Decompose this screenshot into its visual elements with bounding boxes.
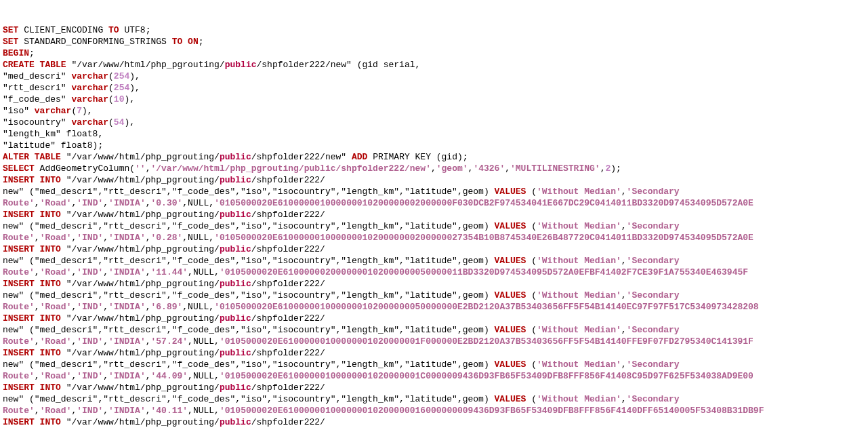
code-line: Route','Road','IND','INDIA','44.09',NULL… [3, 370, 868, 382]
token: ADD [352, 152, 367, 162]
code-line: "f_code_des" varchar(10), [3, 94, 868, 105]
token: "/var/www/html/php_pgrouting/ [61, 348, 220, 358]
token: INSERT INTO [3, 383, 61, 393]
code-line: INSERT INTO "/var/www/html/php_pgrouting… [3, 382, 868, 393]
code-line: "rtt_descri" varchar(254), [3, 82, 868, 94]
token: 'IND' [77, 267, 103, 277]
token: ( [526, 359, 537, 370]
token: Route' [3, 198, 35, 208]
token: , [103, 371, 108, 381]
token: "/var/www/html/php_pgrouting/ [61, 313, 220, 324]
code-line: new" ("med_descri","rtt_descri","f_code_… [3, 393, 868, 405]
token: 'IND' [77, 302, 103, 312]
token: TO [108, 25, 119, 35]
token: ( [108, 83, 114, 93]
token: , [103, 267, 108, 277]
token: , [103, 198, 108, 208]
code-line: SELECT AddGeometryColumn('','/var/www/ht… [3, 163, 868, 174]
token: ( [526, 256, 537, 266]
token: '40.11' [151, 406, 188, 416]
token: , [35, 371, 40, 381]
code-line: INSERT INTO "/var/www/html/php_pgrouting… [3, 416, 868, 428]
token: , [621, 359, 627, 370]
code-line: SET CLIENT_ENCODING TO UTF8; [3, 24, 868, 36]
token: , [146, 302, 151, 312]
token: /shpfolder222/ [251, 348, 325, 358]
token: SELECT [3, 163, 35, 174]
token: public [220, 210, 251, 220]
code-line: CREATE TABLE "/var/www/html/php_pgroutin… [3, 59, 868, 71]
token: ON [188, 37, 199, 47]
token: STANDARD_CONFORMING_STRINGS [18, 37, 171, 47]
token: ,NULL, [182, 302, 214, 312]
token: , [621, 256, 627, 266]
token: 'Without Median' [537, 325, 621, 335]
token: 'Secondary [627, 290, 685, 300]
token: INSERT INTO [3, 175, 61, 185]
token: '11.44' [151, 267, 188, 277]
token: 'Secondary [627, 325, 685, 335]
token: public [220, 279, 251, 289]
token: Route' [3, 371, 35, 381]
token: "/var/www/html/php_pgrouting/ [61, 417, 220, 427]
token: '0105000020E6100000020000000102000000050… [220, 267, 748, 277]
token: , [103, 233, 108, 243]
token: INSERT INTO [3, 279, 61, 289]
token: new" ("med_descri","rtt_descri","f_code_… [3, 359, 495, 370]
token: ,NULL, [188, 267, 220, 277]
token: 'IND' [77, 336, 103, 347]
token: Route' [3, 406, 35, 416]
token: "f_code_des" [3, 94, 71, 104]
token: '4326' [473, 163, 505, 174]
token: "/var/www/html/php_pgrouting/ [66, 60, 225, 70]
token: UTF8; [119, 25, 151, 35]
token: 254 [114, 71, 129, 81]
code-line: new" ("med_descri","rtt_descri","f_code_… [3, 359, 868, 370]
token: 'INDIA' [108, 406, 146, 416]
token: "/var/www/html/php_pgrouting/ [61, 244, 220, 254]
token: 'Road' [40, 406, 72, 416]
token: /shpfolder222/ [251, 210, 325, 220]
token: 'Road' [40, 336, 72, 347]
code-line: BEGIN; [3, 47, 868, 59]
token: VALUES [495, 359, 526, 370]
token: 'Without Median' [537, 290, 621, 300]
code-line: new" ("med_descri","rtt_descri","f_code_… [3, 186, 868, 197]
token: "/var/www/html/php_pgrouting/ [61, 175, 220, 185]
token: "rtt_descri" [3, 83, 71, 93]
token: /shpfolder222/ [251, 279, 325, 289]
token: ), [82, 106, 93, 116]
token: varchar [71, 94, 108, 104]
token: CREATE TABLE [3, 60, 66, 70]
code-line: SET STANDARD_CONFORMING_STRINGS TO ON; [3, 36, 868, 47]
token: , [431, 163, 436, 174]
token: 'IND' [77, 198, 103, 208]
token: 10 [114, 94, 125, 104]
token: public [220, 152, 251, 162]
token: , [35, 233, 40, 243]
code-line: Route','Road','IND','INDIA','0.28',NULL,… [3, 232, 868, 243]
token [182, 37, 188, 47]
token: 'INDIA' [108, 302, 146, 312]
token: "/var/www/html/php_pgrouting/ [61, 152, 220, 162]
token: , [103, 302, 108, 312]
token: '44.09' [151, 371, 188, 381]
token: , [35, 336, 40, 347]
token: /shpfolder222/ [251, 244, 325, 254]
code-line: INSERT INTO "/var/www/html/php_pgrouting… [3, 209, 868, 220]
token: ), [129, 83, 140, 93]
token: ; [29, 48, 35, 58]
sql-code-block: SET CLIENT_ENCODING TO UTF8;SET STANDARD… [3, 24, 868, 430]
token: '0105000020E61000000100000001020000001C0… [220, 371, 753, 381]
token: PRIMARY KEY (gid); [367, 152, 468, 162]
token: AddGeometryColumn( [35, 163, 135, 174]
code-line: INSERT INTO "/var/www/html/php_pgrouting… [3, 174, 868, 186]
token: /shpfolder222/new" [251, 152, 352, 162]
token: ( [526, 325, 537, 335]
token: ( [108, 94, 114, 104]
token: 'Secondary [627, 187, 685, 197]
token: , [103, 336, 108, 347]
token: 'Without Median' [537, 359, 621, 370]
token: 'Road' [40, 267, 72, 277]
token: VALUES [495, 187, 526, 197]
